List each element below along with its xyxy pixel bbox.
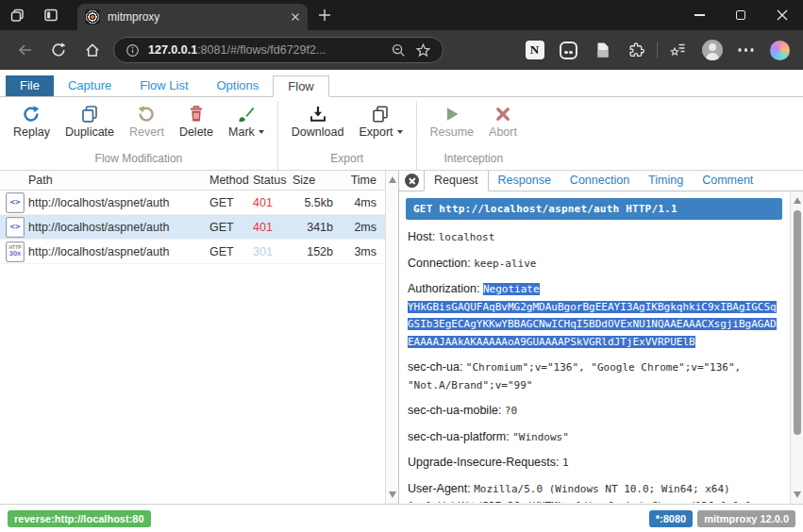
duplicate-button[interactable]: Duplicate (58, 101, 122, 141)
tab-request[interactable]: Request (424, 171, 489, 191)
menu-options[interactable]: Options (203, 75, 274, 96)
close-button[interactable] (761, 0, 803, 30)
menu-flow[interactable]: Flow (273, 75, 328, 97)
resume-button[interactable]: Resume (423, 101, 482, 141)
flow-size: 152b (293, 245, 338, 258)
home-icon[interactable] (75, 36, 109, 64)
header-sec-ch-ua-platform[interactable]: sec-ch-ua-platform"Windows" (408, 428, 782, 446)
detail-scrollbar[interactable] (790, 191, 803, 504)
request-headers-view[interactable]: GET http://localhost/aspnet/auth HTTP/1.… (399, 191, 803, 503)
url-path: :8081/#/flows/fd6729f2... (197, 43, 326, 57)
column-size[interactable]: Size (293, 174, 338, 187)
menu-flow-list[interactable]: Flow List (125, 75, 202, 96)
ribbon-group-interception: Resume Abort Interception (417, 101, 530, 170)
refresh-icon[interactable] (42, 36, 75, 64)
export-dropdown-caret (397, 130, 403, 134)
duplicate-icon (80, 105, 99, 124)
flow-method: GET (209, 221, 253, 234)
toolbar-extensions: N (521, 37, 795, 64)
collections-icon[interactable] (664, 37, 692, 64)
header-user-agent[interactable]: User-AgentMozilla/5.0 (Windows NT 10.0; … (408, 480, 782, 504)
header-authorization[interactable]: AuthorizationNegotiate YHkGBisGAQUFAqBvM… (408, 280, 782, 350)
flow-row-2-selected[interactable]: <> http://localhost/aspnet/auth GET 401 … (0, 215, 385, 240)
flow-detail-pane: Request Response Connection Timing Comme… (398, 171, 803, 504)
page-extension-icon[interactable] (589, 37, 616, 64)
delete-button[interactable]: Delete (172, 101, 221, 141)
header-host[interactable]: Hostlocalhost (408, 228, 782, 246)
favorite-star-icon[interactable] (415, 42, 431, 58)
export-button[interactable]: Export (351, 101, 410, 141)
tab-comment[interactable]: Comment (693, 171, 762, 191)
header-connection[interactable]: Connectionkeep-alive (408, 255, 782, 273)
column-method[interactable]: Method (209, 174, 253, 187)
minimize-button[interactable] (678, 0, 720, 30)
tab-connection[interactable]: Connection (560, 171, 639, 191)
group-label-flow-modification: Flow Modification (6, 151, 272, 170)
replay-button[interactable]: Replay (6, 101, 58, 141)
maximize-button[interactable] (720, 0, 761, 30)
flow-size: 341b (293, 221, 338, 234)
puzzle-extension-icon[interactable] (623, 37, 650, 64)
zoom-out-icon[interactable] (391, 42, 407, 58)
address-bar[interactable]: 127.0.0.1:8081/#/flows/fd6729f2... (113, 37, 443, 63)
close-detail-icon[interactable] (405, 174, 419, 188)
tab-close-icon[interactable] (291, 12, 300, 22)
column-path[interactable]: Path (28, 174, 209, 187)
scroll-down-arrow[interactable] (389, 491, 396, 498)
flow-path: http://localhost/aspnet/auth (28, 221, 209, 234)
flow-path: http://localhost/aspnet/auth (28, 245, 209, 258)
copilot-icon[interactable] (766, 37, 794, 64)
site-info-icon[interactable] (125, 43, 140, 58)
revert-icon (137, 105, 156, 124)
flow-method: GET (209, 196, 253, 209)
mark-button[interactable]: Mark (221, 101, 272, 141)
header-sec-ch-ua-mobile[interactable]: sec-ch-ua-mobile?0 (408, 402, 782, 420)
replay-icon (22, 105, 41, 124)
download-icon (309, 105, 327, 124)
scroll-up-arrow[interactable] (794, 197, 801, 204)
abort-x-icon (494, 105, 512, 124)
flow-time: 2ms (338, 221, 381, 234)
mode-badge: reverse:http://localhost:80 (8, 510, 151, 527)
bot-extension-icon[interactable] (555, 37, 582, 64)
flow-status: 401 (253, 196, 293, 209)
tab-actions-icon[interactable] (34, 2, 68, 28)
column-time[interactable]: Time (338, 174, 381, 187)
flow-list-scrollbar[interactable] (385, 171, 398, 504)
workspaces-icon[interactable] (0, 2, 34, 28)
menu-file[interactable]: File (6, 75, 54, 96)
column-status[interactable]: Status (253, 174, 293, 187)
http-redirect-icon: HTTP30x (6, 241, 25, 262)
flow-row-3[interactable]: HTTP30x http://localhost/aspnet/auth GET… (0, 240, 385, 264)
mitmproxy-favicon (85, 9, 100, 25)
tab-response[interactable]: Response (489, 171, 560, 191)
revert-button[interactable]: Revert (122, 101, 172, 141)
header-upgrade-insecure-requests[interactable]: Upgrade-Insecure-Requests1 (408, 454, 782, 472)
back-icon[interactable] (8, 36, 42, 64)
flow-row-1[interactable]: <> http://localhost/aspnet/auth GET 401 … (0, 191, 385, 215)
scroll-up-arrow[interactable] (389, 176, 396, 183)
html-document-icon: <> (6, 217, 25, 238)
tab-timing[interactable]: Timing (639, 171, 693, 191)
main-panes: Path Method Status Size Time <> http://l… (0, 171, 803, 504)
abort-button[interactable]: Abort (481, 101, 525, 141)
window-controls (678, 0, 803, 30)
group-label-export: Export (284, 151, 410, 170)
delete-trash-icon (187, 105, 206, 124)
more-options-icon[interactable] (732, 37, 760, 64)
scroll-down-arrow[interactable] (794, 491, 801, 498)
url-text[interactable]: 127.0.0.1:8081/#/flows/fd6729f2... (148, 43, 382, 57)
profile-avatar[interactable] (698, 37, 726, 64)
scrollbar-thumb[interactable] (794, 210, 801, 435)
flow-time: 4ms (338, 196, 381, 209)
resume-play-icon (443, 105, 461, 124)
header-sec-ch-ua[interactable]: sec-ch-ua"Chromium";v="136", "Google Chr… (408, 358, 782, 393)
menu-capture[interactable]: Capture (54, 75, 125, 96)
export-icon (371, 105, 390, 124)
download-button[interactable]: Download (284, 101, 352, 141)
new-tab-button[interactable] (308, 2, 342, 28)
auth-scheme-selected: Negotiate (483, 283, 540, 295)
notion-extension-icon[interactable]: N (521, 37, 548, 64)
request-line[interactable]: GET http://localhost/aspnet/auth HTTP/1.… (406, 198, 782, 220)
browser-tab[interactable]: mitmproxy (77, 4, 308, 30)
